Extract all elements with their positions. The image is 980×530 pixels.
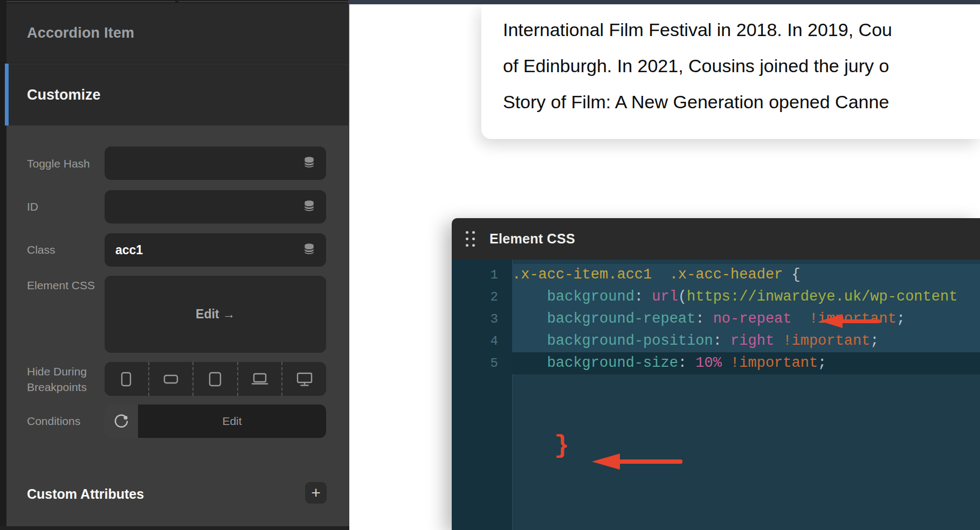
customize-form: Toggle Hash ID xyxy=(6,125,349,526)
preview-line: of Edinburgh. In 2021, Cousins joined th… xyxy=(503,48,977,84)
code-line[interactable]: 4 background-position: right !important; xyxy=(452,330,980,352)
line-number: 1 xyxy=(452,264,512,286)
inspector-sidebar: Accordion Item Customize Toggle Hash xyxy=(0,0,349,530)
element-title-bar: Accordion Item xyxy=(6,3,348,63)
code-line[interactable]: 1.x-acc-item.acc1 .x-acc-header { xyxy=(452,264,980,286)
class-value: acc1 xyxy=(115,243,143,257)
toggle-hash-label: Toggle Hash xyxy=(27,156,105,171)
code-line-text: background-position: right !important; xyxy=(512,330,980,352)
active-section-accent xyxy=(5,64,9,125)
conditions-control: Edit xyxy=(105,405,326,438)
code-lines: 1.x-acc-item.acc1 .x-acc-header {2 backg… xyxy=(452,264,980,374)
conditions-edit-button[interactable]: Edit xyxy=(138,405,326,438)
plus-icon: + xyxy=(311,485,321,501)
line-number: 5 xyxy=(452,352,512,374)
annotation-arrow-icon xyxy=(592,454,682,470)
hide-breakpoints-group xyxy=(105,362,326,396)
accordion-preview-card[interactable]: International Film Festival in 2018. In … xyxy=(481,4,980,139)
closing-brace-annotation: } xyxy=(554,432,569,460)
tab-divider xyxy=(178,1,348,2)
conditions-label: Conditions xyxy=(27,413,105,429)
viewport-top-bar xyxy=(349,0,980,4)
line-number: 4 xyxy=(452,330,512,352)
page-builder-workspace: International Film Festival in 2018. In … xyxy=(0,0,980,530)
code-line-text: background-repeat: no-repeat !important; xyxy=(512,308,980,330)
breakpoint-toggle-tablet[interactable] xyxy=(192,362,237,396)
element-css-label: Element CSS xyxy=(27,277,105,293)
class-label: Class xyxy=(27,242,105,257)
line-number: 3 xyxy=(452,308,512,330)
line-number: 2 xyxy=(452,286,512,308)
annotation-arrow-icon xyxy=(820,314,880,328)
code-line-text: background-size: 10% !important; xyxy=(512,352,980,374)
code-line-text: .x-acc-item.acc1 .x-acc-header { xyxy=(512,264,980,286)
class-input[interactable]: acc1 xyxy=(105,233,326,267)
dynamic-content-icon[interactable] xyxy=(303,243,315,257)
breakpoint-toggle-laptop[interactable] xyxy=(237,362,282,396)
section-customize[interactable]: Customize xyxy=(9,64,348,125)
drag-handle-icon[interactable] xyxy=(466,231,475,247)
tab-divider xyxy=(6,1,175,2)
id-label: ID xyxy=(27,199,105,214)
preview-paragraph: International Film Festival in 2018. In … xyxy=(503,12,977,120)
laptop-icon xyxy=(251,372,268,386)
section-title: Customize xyxy=(27,87,101,103)
code-line-text: background: url(https://inwardeye.uk/wp-… xyxy=(512,286,980,308)
desktop-icon xyxy=(296,372,313,387)
code-editor-body[interactable]: 1.x-acc-item.acc1 .x-acc-header {2 backg… xyxy=(452,260,980,530)
add-custom-attribute-button[interactable]: + xyxy=(305,482,327,504)
breakpoint-toggle-phone-landscape[interactable] xyxy=(148,362,193,396)
breakpoint-toggle-desktop[interactable] xyxy=(281,362,326,396)
element-title: Accordion Item xyxy=(27,25,134,41)
code-editor-header: Element CSS xyxy=(452,218,980,260)
id-input[interactable] xyxy=(105,190,326,224)
element-css-editor-panel: Element CSS 1.x-acc-item.acc1 .x-acc-hea… xyxy=(452,218,980,530)
conditions-edit-label: Edit xyxy=(222,415,241,428)
code-line[interactable]: 2 background: url(https://inwardeye.uk/w… xyxy=(452,286,980,308)
preview-line: Story of Film: A New Generation opened C… xyxy=(503,84,977,120)
hide-breakpoints-label: Hide During Breakpoints xyxy=(27,364,105,395)
phone-landscape-icon xyxy=(163,373,179,385)
dynamic-content-icon[interactable] xyxy=(303,200,315,214)
dynamic-content-icon[interactable] xyxy=(303,157,315,170)
tablet-icon xyxy=(208,371,222,387)
breakpoint-toggle-phone-portrait[interactable] xyxy=(105,362,148,396)
code-line[interactable]: 5 background-size: 10% !important; xyxy=(452,352,980,374)
code-editor-title: Element CSS xyxy=(489,231,575,247)
sidebar-footer-strip xyxy=(0,526,349,530)
phone-portrait-icon xyxy=(120,371,132,387)
custom-attributes-title: Custom Attributes xyxy=(27,486,144,502)
condition-target-icon xyxy=(113,413,130,430)
preview-line: International Film Festival in 2018. In … xyxy=(503,12,977,48)
toggle-hash-input[interactable] xyxy=(105,147,326,180)
element-css-edit-label: Edit → xyxy=(196,307,235,322)
conditions-icon-button[interactable] xyxy=(105,405,138,438)
element-css-edit-button[interactable]: Edit → xyxy=(105,276,326,353)
code-line[interactable]: 3 background-repeat: no-repeat !importan… xyxy=(452,308,980,330)
